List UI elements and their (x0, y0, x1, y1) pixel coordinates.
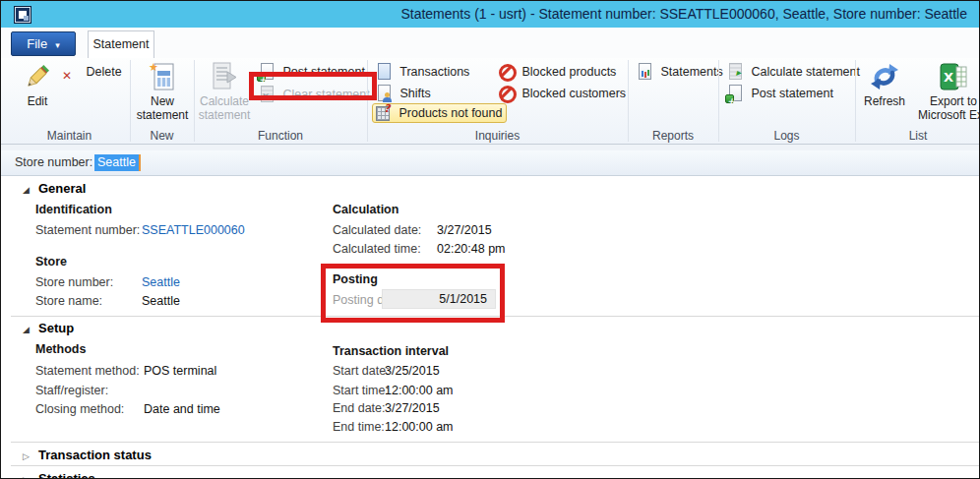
filter-store-number-input[interactable]: Seattle (94, 154, 141, 171)
export-excel-label: Export to Microsoft Exc (918, 94, 980, 122)
calculated-time-label: Calculated time: (333, 242, 421, 256)
transactions-label: Transactions (399, 65, 469, 79)
store-name-value: Seattle (142, 294, 180, 308)
products-not-found-label: Products not found (398, 106, 502, 120)
window-title: Statements (1 - usrt) - Statement number… (400, 6, 967, 22)
svg-text:X: X (944, 70, 953, 85)
edit-button[interactable]: Edit (15, 61, 60, 108)
statements-window: Statements (1 - usrt) - Statement number… (0, 0, 980, 479)
tab-statement[interactable]: Statement (88, 30, 154, 58)
tab-row: File Statement (1, 28, 979, 58)
group-label-inquiries: Inquiries (367, 129, 628, 143)
section-header-statistics[interactable]: Statistics (23, 471, 95, 479)
excel-icon: X (938, 61, 969, 92)
filter-bar: Store number: Seattle (1, 150, 979, 176)
edit-label: Edit (28, 94, 48, 108)
file-menu-button[interactable]: File (11, 31, 76, 56)
section-header-general[interactable]: General (23, 181, 86, 196)
titlebar[interactable]: Statements (1 - usrt) - Statement number… (1, 1, 979, 28)
svg-text:★: ★ (149, 61, 158, 74)
closing-method-value: Date and time (144, 402, 220, 416)
calculate-statement-log-button[interactable]: Calculate statement (727, 63, 860, 83)
group-label-logs: Logs (718, 129, 855, 143)
post-statement-icon (259, 63, 276, 80)
products-not-found-icon (375, 104, 392, 121)
section-divider (11, 465, 979, 466)
calculate-statement-log-label: Calculate statement (751, 65, 859, 79)
statement-method-label: Statement method: (35, 364, 140, 378)
file-menu-label: File (27, 36, 47, 51)
form-content: General Identification Statement number:… (1, 176, 979, 478)
calculated-date-value: 3/27/2015 (437, 223, 492, 237)
expander-closed-icon (23, 475, 38, 479)
new-statement-icon: ★ (147, 61, 178, 92)
app-icon (14, 6, 31, 24)
expander-open-icon (23, 185, 38, 195)
filter-store-number-label: Store number: (15, 155, 92, 169)
transactions-button[interactable]: Transactions (376, 63, 469, 83)
statement-method-value: POS terminal (144, 364, 216, 378)
clear-statement-button[interactable]: Clear statement (259, 86, 370, 105)
blocked-customers-label: Blocked customers (521, 87, 626, 100)
section-divider (11, 316, 979, 317)
refresh-label: Refresh (864, 94, 905, 108)
post-statement-log-label: Post statement (751, 87, 832, 100)
statements-report-icon (637, 63, 653, 80)
refresh-button[interactable]: Refresh (859, 61, 910, 108)
section-header-setup[interactable]: Setup (23, 321, 74, 335)
group-label-new: New (130, 129, 194, 143)
statement-number-label: Statement number: (35, 223, 140, 237)
store-number-value[interactable]: Seattle (142, 275, 180, 289)
delete-label: Delete (86, 65, 121, 79)
shifts-icon (376, 85, 393, 101)
calculate-log-icon (727, 63, 744, 80)
closing-method-label: Closing method: (35, 402, 124, 416)
calculated-time-value: 02:20:48 pm (437, 242, 506, 256)
transactions-icon (376, 63, 393, 80)
start-date-label: Start date: (333, 364, 390, 378)
statements-report-label: Statements (660, 65, 722, 79)
calculation-subheader: Calculation (333, 203, 398, 216)
statements-report-button[interactable]: Statements (637, 63, 723, 83)
blocked-products-button[interactable]: Blocked products (498, 63, 616, 83)
group-label-function: Function (194, 129, 367, 143)
group-label-reports: Reports (628, 129, 718, 143)
shifts-label: Shifts (399, 87, 430, 100)
start-time-label: Start time: (333, 384, 389, 397)
post-statement-label: Post statement (282, 65, 364, 79)
start-date-value: 3/25/2015 (385, 364, 440, 378)
post-statement-button[interactable]: Post statement (259, 63, 365, 83)
end-time-label: End time: (333, 420, 385, 434)
transaction-status-title: Transaction status (38, 448, 152, 462)
clear-statement-label: Clear statement (282, 88, 369, 101)
statement-number-value[interactable]: SSEATTLE000060 (142, 223, 245, 237)
blocked-icon (498, 63, 515, 80)
statistics-title: Statistics (38, 471, 95, 479)
setup-title: Setup (38, 321, 74, 335)
ribbon: Edit ✕ Delete Maintain ★ New statement N… (1, 58, 979, 145)
calculate-statement-button[interactable]: Calculate statement (196, 61, 253, 122)
staff-register-label: Staff/register: (35, 384, 108, 397)
blocked-products-label: Blocked products (521, 65, 616, 79)
start-time-value: 12:00:00 am (385, 384, 454, 397)
post-log-icon (727, 85, 744, 101)
expander-closed-icon (23, 451, 38, 461)
group-label-list: List (855, 129, 980, 143)
products-not-found-button[interactable]: Products not found (372, 103, 507, 123)
pencil-icon (22, 61, 53, 92)
store-number-label: Store number: (35, 275, 113, 289)
blocked-customers-button[interactable]: Blocked customers (498, 85, 626, 104)
end-date-label: End date: (333, 401, 386, 415)
delete-button[interactable]: ✕ Delete (62, 63, 122, 83)
calculate-statement-label: Calculate statement (199, 94, 251, 122)
calculate-statement-icon (209, 61, 240, 92)
refresh-icon (869, 61, 900, 92)
store-subheader: Store (35, 255, 67, 269)
new-statement-button[interactable]: ★ New statement (135, 61, 190, 122)
group-label-maintain: Maintain (9, 129, 130, 143)
post-statement-log-button[interactable]: Post statement (727, 85, 833, 104)
section-header-transaction-status[interactable]: Transaction status (23, 448, 152, 462)
export-excel-button[interactable]: X Export to Microsoft Exc (912, 61, 980, 122)
posting-date-input[interactable]: 5/1/2015 (382, 289, 496, 309)
chevron-down-icon (55, 34, 60, 57)
